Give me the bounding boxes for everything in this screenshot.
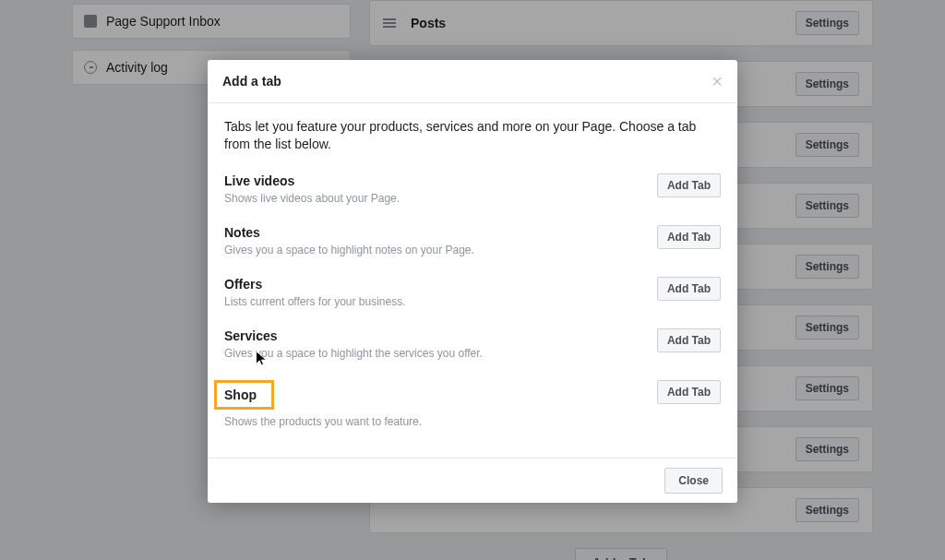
add-tab-button[interactable]: Add Tab [657, 380, 721, 404]
tab-option-desc: Shows live videos about your Page. [224, 192, 639, 205]
modal-title: Add a tab [222, 74, 281, 89]
tab-option-shop: Shop Shows the products you want to feat… [224, 380, 721, 428]
close-button[interactable]: Close [664, 468, 723, 494]
modal-footer: Close [208, 458, 737, 503]
shop-highlight: Shop [214, 380, 274, 410]
modal-description: Tabs let you feature your products, serv… [224, 118, 721, 153]
add-tab-button[interactable]: Add Tab [657, 277, 721, 301]
tab-option-title: Notes [224, 225, 639, 240]
add-tab-button[interactable]: Add Tab [657, 173, 721, 197]
close-icon[interactable]: × [712, 72, 723, 90]
tab-option-desc: Shows the products you want to feature. [224, 415, 639, 428]
modal-header: Add a tab × [208, 60, 737, 103]
tab-option-desc: Lists current offers for your business. [224, 295, 639, 308]
tab-option-title: Offers [224, 277, 639, 292]
add-tab-modal: Add a tab × Tabs let you feature your pr… [208, 60, 737, 503]
tab-option-offers: Offers Lists current offers for your bus… [224, 277, 721, 308]
tab-option-title: Live videos [224, 173, 639, 188]
tab-option-services: Services Gives you a space to highlight … [224, 328, 721, 360]
add-tab-button[interactable]: Add Tab [657, 225, 721, 249]
modal-body: Tabs let you feature your products, serv… [208, 103, 737, 458]
tab-option-title: Services [224, 328, 639, 343]
tab-option-title: Shop [224, 387, 257, 402]
tab-option-desc: Gives you a space to highlight notes on … [224, 244, 639, 256]
add-tab-button[interactable]: Add Tab [657, 328, 721, 352]
tab-option-desc: Gives you a space to highlight the servi… [224, 347, 639, 360]
tab-option-live-videos: Live videos Shows live videos about your… [224, 173, 721, 205]
tab-option-notes: Notes Gives you a space to highlight not… [224, 225, 721, 256]
